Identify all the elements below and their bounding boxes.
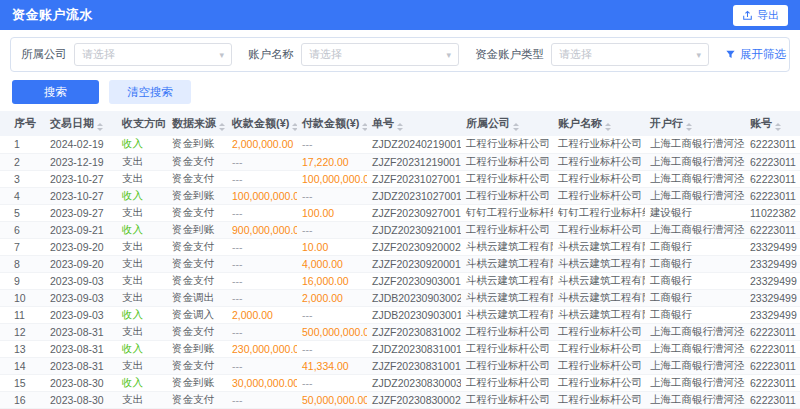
cell-company: 工程行业标杆公司 xyxy=(461,340,553,357)
cell-no: 5 xyxy=(0,204,45,221)
cell-account_name: 工程行业标杆公司 xyxy=(553,153,645,170)
cell-bank: 建设银行 xyxy=(645,204,745,221)
filter-select-0[interactable]: 请选择 ▾ xyxy=(74,43,232,66)
cell-out_amount: --- xyxy=(297,340,367,357)
cell-in_amount: --- xyxy=(227,153,297,170)
table-row[interactable]: 42023-10-27收入资金到账100,000,000.00---ZJDZ20… xyxy=(0,187,800,204)
page-title: 资金账户流水 xyxy=(12,6,93,24)
cell-date: 2024-02-19 xyxy=(45,136,117,153)
flow-table: 序号交易日期收支方向数据来源收款金额(¥)付款金额(¥)单号所属公司账户名称开户… xyxy=(0,111,800,409)
cell-account_name: 工程行业标杆公司 xyxy=(553,374,645,391)
cell-order_no: ZJZF20230920002 xyxy=(367,238,461,255)
cell-company: 工程行业标杆公司 xyxy=(461,391,553,408)
table-row[interactable]: 22023-12-19支出资金支付---17,220.00ZJZF2023121… xyxy=(0,153,800,170)
col-company[interactable]: 所属公司 xyxy=(461,111,553,136)
expand-filter-link[interactable]: 展开筛选 xyxy=(725,47,786,62)
cell-direction: 收入 xyxy=(117,187,167,204)
cell-order_no: ZJDB20230903001 xyxy=(367,306,461,323)
cell-account_name: 工程行业标杆公司 xyxy=(553,391,645,408)
col-source[interactable]: 数据来源 xyxy=(167,111,227,136)
export-button-label: 导出 xyxy=(757,8,779,23)
cell-out_amount: 4,000.00 xyxy=(297,255,367,272)
filter-select-2[interactable]: 请选择 ▾ xyxy=(551,43,709,66)
cell-direction: 支出 xyxy=(117,272,167,289)
cell-no: 16 xyxy=(0,391,45,408)
cell-direction: 支出 xyxy=(117,255,167,272)
cell-out_amount: --- xyxy=(297,306,367,323)
cell-company: 工程行业标杆公司 xyxy=(461,221,553,238)
cell-date: 2023-09-20 xyxy=(45,255,117,272)
cell-direction: 收入 xyxy=(117,221,167,238)
table-row[interactable]: 52023-09-27支出资金支付---100.00ZJZF2023092700… xyxy=(0,204,800,221)
table-row[interactable]: 152023-08-30收入资金到账30,000,000.00---ZJDZ20… xyxy=(0,374,800,391)
table-row[interactable]: 162023-08-30支出资金支付---50,000,000.00ZJZF20… xyxy=(0,391,800,408)
clear-search-button[interactable]: 清空搜索 xyxy=(109,80,191,104)
table-row[interactable]: 132023-08-31收入资金到账230,000,000.00---ZJDZ2… xyxy=(0,340,800,357)
cell-bank: 上海工商银行漕河泾支行 xyxy=(645,374,745,391)
cell-no: 13 xyxy=(0,340,45,357)
cell-direction: 支出 xyxy=(117,357,167,374)
cell-out_amount: --- xyxy=(297,136,367,153)
cell-date: 2023-09-03 xyxy=(45,272,117,289)
cell-out_amount: --- xyxy=(297,374,367,391)
table-row[interactable]: 112023-09-03收入资金调入2,000.00---ZJDB2023090… xyxy=(0,306,800,323)
col-out_amount[interactable]: 付款金额(¥) xyxy=(297,111,367,136)
col-date[interactable]: 交易日期 xyxy=(45,111,117,136)
sort-icon xyxy=(513,123,519,131)
cell-account_no: 62223011 xyxy=(745,391,800,408)
table-row[interactable]: 122023-08-31支出资金支付---500,000,000.00ZJZF2… xyxy=(0,323,800,340)
cell-in_amount: --- xyxy=(227,289,297,306)
cell-in_amount: 2,000,000.00 xyxy=(227,136,297,153)
filter-select-1[interactable]: 请选择 ▾ xyxy=(301,43,459,66)
col-direction[interactable]: 收支方向 xyxy=(117,111,167,136)
cell-account_name: 斗栱云建筑工程有限公司 xyxy=(553,255,645,272)
select-placeholder: 请选择 xyxy=(559,47,592,62)
cell-date: 2023-08-31 xyxy=(45,323,117,340)
col-order_no[interactable]: 单号 xyxy=(367,111,461,136)
cell-direction: 收入 xyxy=(117,306,167,323)
cell-direction: 收入 xyxy=(117,340,167,357)
cell-company: 斗栱云建筑工程有限公司 xyxy=(461,306,553,323)
cell-bank: 工商银行 xyxy=(645,238,745,255)
cell-no: 2 xyxy=(0,153,45,170)
export-button[interactable]: 导出 xyxy=(733,5,788,26)
cell-in_amount: --- xyxy=(227,170,297,187)
col-account_name[interactable]: 账户名称 xyxy=(553,111,645,136)
cell-account_name: 工程行业标杆公司 xyxy=(553,357,645,374)
cell-account_no: 62223011 xyxy=(745,374,800,391)
table-row[interactable]: 62023-09-21收入资金到账900,000,000.00---ZJDZ20… xyxy=(0,221,800,238)
cell-in_amount: --- xyxy=(227,255,297,272)
table-header-row: 序号交易日期收支方向数据来源收款金额(¥)付款金额(¥)单号所属公司账户名称开户… xyxy=(0,111,800,136)
cell-in_amount: --- xyxy=(227,323,297,340)
cell-account_no: 62223011 xyxy=(745,340,800,357)
table-body: 12024-02-19收入资金到账2,000,000.00---ZJDZ2024… xyxy=(0,136,800,409)
cell-account_no: 62223011 xyxy=(745,170,800,187)
table-row[interactable]: 82023-09-20支出资金支付---4,000.00ZJZF20230920… xyxy=(0,255,800,272)
sort-icon xyxy=(292,123,297,131)
col-in_amount[interactable]: 收款金额(¥) xyxy=(227,111,297,136)
cell-out_amount: 10.00 xyxy=(297,238,367,255)
cell-no: 12 xyxy=(0,323,45,340)
cell-direction: 收入 xyxy=(117,374,167,391)
table-row[interactable]: 142023-08-31支出资金支付---41,334.00ZJZF202308… xyxy=(0,357,800,374)
cell-bank: 上海工商银行漕河泾支行 xyxy=(645,391,745,408)
col-bank[interactable]: 开户行 xyxy=(645,111,745,136)
cell-in_amount: 230,000,000.00 xyxy=(227,340,297,357)
cell-direction: 支出 xyxy=(117,323,167,340)
table-row[interactable]: 92023-09-03支出资金支付---16,000.00ZJZF2023090… xyxy=(0,272,800,289)
cell-date: 2023-09-27 xyxy=(45,204,117,221)
cell-account_name: 工程行业标杆公司 xyxy=(553,136,645,153)
table-row[interactable]: 12024-02-19收入资金到账2,000,000.00---ZJDZ2024… xyxy=(0,136,800,153)
col-no: 序号 xyxy=(0,111,45,136)
search-button[interactable]: 搜索 xyxy=(12,80,99,104)
table-row[interactable]: 72023-09-20支出资金支付---10.00ZJZF20230920002… xyxy=(0,238,800,255)
cell-account_name: 工程行业标杆公司 xyxy=(553,187,645,204)
cell-in_amount: --- xyxy=(227,391,297,408)
cell-no: 1 xyxy=(0,136,45,153)
col-account_no[interactable]: 账号 xyxy=(745,111,800,136)
cell-bank: 上海工商银行漕河泾支行 xyxy=(645,187,745,204)
table-row[interactable]: 32023-10-27支出资金支付---100,000,000.00ZJZF20… xyxy=(0,170,800,187)
cell-account_no: 23329499 xyxy=(745,306,800,323)
table-row[interactable]: 102023-09-03支出资金调出---2,000.00ZJDB2023090… xyxy=(0,289,800,306)
cell-account_no: 62223011 xyxy=(745,136,800,153)
